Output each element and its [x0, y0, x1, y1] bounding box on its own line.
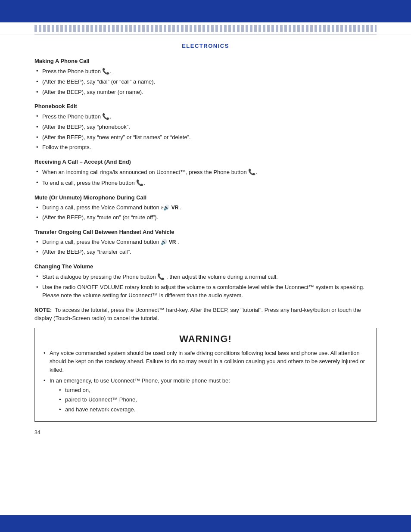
list-item: paired to Uconnect™ Phone,	[57, 395, 369, 404]
stripe-bar	[0, 22, 411, 34]
list-transfer: During a call, press the Voice Command b…	[34, 238, 377, 256]
list-item: (After the BEEP), say “phonebook”.	[34, 123, 377, 131]
list-item: Use the radio ON/OFF VOLUME rotary knob …	[34, 283, 377, 300]
list-item: and have network coverage.	[57, 405, 369, 414]
list-item: To end a call, press the Phone button 📞.	[34, 178, 377, 187]
list-changing-volume: Start a dialogue by pressing the Phone b…	[34, 272, 377, 300]
warning-title: WARNING!	[42, 333, 369, 345]
list-mute: During a call, press the Voice Command b…	[34, 203, 377, 222]
subsection-changing-volume: Changing The Volume	[34, 263, 377, 270]
list-item: (After the BEEP), say “dial” (or “call” …	[34, 78, 377, 86]
subsection-phonebook-edit: Phonebook Edit	[34, 103, 377, 109]
subsection-mute: Mute (Or Unmute) Microphone During Call	[34, 194, 377, 201]
warning-box: WARNING! Any voice commanded system shou…	[34, 328, 377, 422]
sub-list: turned on, paired to Uconnect™ Phone, an…	[57, 386, 369, 414]
vr-icon: 𝓫🔊 VR	[161, 204, 178, 212]
phone-icon: 📞	[157, 272, 165, 281]
vr-icon: 🔊 VR	[161, 238, 176, 246]
list-item: Start a dialogue by pressing the Phone b…	[34, 272, 377, 281]
top-bar	[0, 0, 411, 22]
list-item: (After the BEEP), say “new entry” or “li…	[34, 133, 377, 142]
main-content: ELECTRONICS Making A Phone Call Press th…	[0, 35, 411, 515]
list-item: During a call, press the Voice Command b…	[34, 203, 377, 212]
warning-list: Any voice commanded system should be use…	[42, 349, 369, 414]
list-item: Follow the prompts.	[34, 143, 377, 152]
list-item: (After the BEEP), say “transfer call”.	[34, 248, 377, 256]
list-item: (After the BEEP), say number (or name).	[34, 88, 377, 96]
phone-icon: 📞	[136, 178, 143, 187]
list-item: During a call, press the Voice Command b…	[34, 238, 377, 246]
note-body: To access the tutorial, press the Uconne…	[34, 307, 361, 322]
list-item: Press the Phone button 📞.	[34, 67, 377, 76]
list-item: (After the BEEP), say “mute on” (or “mut…	[34, 213, 377, 222]
list-item: turned on,	[57, 386, 369, 395]
subsection-transfer: Transfer Ongoing Call Between Handset An…	[34, 229, 377, 235]
list-item: Press the Phone button 📞.	[34, 112, 377, 121]
bottom-bar	[0, 515, 411, 532]
phone-icon: 📞	[102, 67, 109, 76]
subsection-making-phone-call: Making A Phone Call	[34, 58, 377, 64]
note-paragraph: NOTE: To access the tutorial, press the …	[34, 306, 377, 323]
list-making-phone-call: Press the Phone button 📞. (After the BEE…	[34, 67, 377, 96]
list-receiving-call: When an incoming call rings/is announced…	[34, 168, 377, 187]
list-phonebook-edit: Press the Phone button 📞. (After the BEE…	[34, 112, 377, 152]
phone-icon: 📞	[248, 168, 255, 177]
phone-icon: 📞	[102, 112, 109, 121]
list-item: When an incoming call rings/is announced…	[34, 168, 377, 177]
note-label: NOTE:	[34, 307, 52, 313]
stripes	[34, 25, 377, 32]
list-item: In an emergency, to use Uconnect™ Phone,…	[42, 376, 369, 414]
page-number: 34	[34, 429, 377, 436]
section-title: ELECTRONICS	[34, 43, 377, 49]
page: ELECTRONICS Making A Phone Call Press th…	[0, 0, 411, 532]
list-item: Any voice commanded system should be use…	[42, 349, 369, 374]
subsection-receiving-call: Receiving A Call – Accept (And End)	[34, 159, 377, 165]
